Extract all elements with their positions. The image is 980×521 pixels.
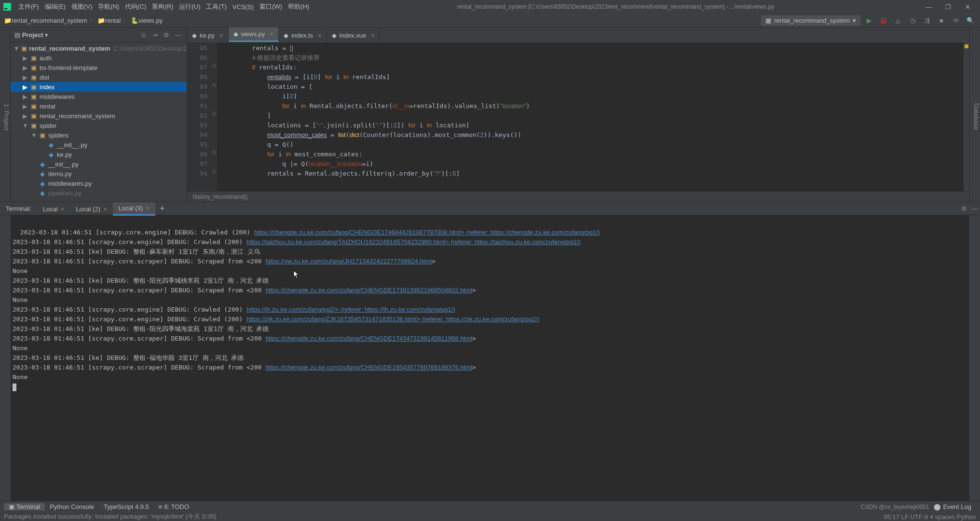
close-icon[interactable]: ×	[146, 205, 150, 212]
breadcrumb[interactable]: 📁 rental_recommand_system 〉 📁 rental 〉 🐍…	[4, 16, 163, 25]
url-link[interactable]: https://chengde.zu.ke.com/zufang/CHENGDE…	[265, 335, 472, 342]
editor-tab[interactable]: ◆index.ts×	[279, 28, 327, 42]
tree-node[interactable]: ◆__init__.py	[11, 140, 187, 150]
crumb-root[interactable]: rental_recommand_system	[12, 17, 87, 24]
tree-arrow[interactable]	[40, 141, 45, 149]
menu-code[interactable]: 代码(C)	[122, 2, 149, 11]
editor-tab[interactable]: ◆views.py×	[229, 27, 279, 42]
right-toolwindow-stripe[interactable]: DatabaseSciView	[969, 28, 980, 202]
stop-button[interactable]: ■	[936, 15, 947, 27]
terminal-hide-icon[interactable]: —	[969, 205, 980, 212]
tree-node[interactable]: ◆middlewares.py	[11, 178, 187, 188]
warning-mark[interactable]	[965, 44, 968, 48]
terminal-settings-icon[interactable]: ⚙	[959, 205, 969, 212]
tree-node[interactable]: ▶▣middlewares	[11, 92, 187, 101]
url-link[interactable]: https://jh.zu.ke.com/zufang/pg2/> (refer…	[246, 306, 455, 313]
menu-refactor[interactable]: 重构(R)	[149, 2, 176, 11]
editor-breadcrumb[interactable]: history_recommand()	[187, 191, 969, 202]
chevron-down-icon[interactable]: ▼	[14, 45, 19, 52]
menu-view[interactable]: 视图(V)	[68, 2, 95, 11]
run-config-selector[interactable]: ▦ rental_recommand_system ▾	[761, 15, 860, 26]
url-link[interactable]: https://taizhou.zu.ke.com/zufang/pg1/	[475, 238, 578, 246]
tree-arrow[interactable]: ▼	[31, 132, 37, 139]
tree-arrow[interactable]	[31, 170, 37, 178]
tree-arrow[interactable]: ▶	[22, 93, 28, 100]
event-log-button[interactable]: ⬤ Event Log	[929, 503, 976, 510]
tree-node[interactable]: ▶▣auth	[11, 53, 187, 63]
close-tab-icon[interactable]: ×	[219, 32, 223, 39]
collapse-icon[interactable]: ⇥	[150, 31, 160, 39]
tree-root[interactable]: ▼ ▣ rental_recommand_system C:\Users\838…	[11, 43, 187, 53]
editor-tab[interactable]: ◆index.vue×	[327, 28, 380, 42]
tree-arrow[interactable]: ▶	[22, 55, 28, 62]
close-icon[interactable]: ×	[61, 206, 65, 213]
tree-node[interactable]: ◆__init__.py	[11, 159, 187, 169]
menu-vcs[interactable]: VCS(S)	[230, 3, 257, 11]
left-toolwindow-stripe[interactable]: 1: Project	[0, 28, 11, 202]
url-link[interactable]: https://zjk.zu.ke.com/zufang/pg2/	[446, 315, 537, 323]
url-link[interactable]: https://zjk.zu.ke.com/zufang/ZJK16735457…	[246, 315, 539, 323]
tree-arrow[interactable]	[40, 151, 45, 158]
debug-button[interactable]: 🐞	[878, 15, 889, 27]
crumb-rental[interactable]: rental	[105, 17, 121, 24]
fold-gutter[interactable]: ⊟⊟⊟⊟⊟	[211, 42, 217, 191]
menu-edit[interactable]: 编辑(E)	[42, 2, 68, 11]
tree-arrow[interactable]: ▼	[22, 122, 28, 129]
add-terminal-button[interactable]: +	[155, 204, 169, 213]
minimize-button[interactable]: —	[919, 3, 939, 11]
terminal-tab[interactable]: Local×	[37, 202, 70, 216]
tree-node[interactable]: ▶▣bs-frontend-template	[11, 63, 187, 72]
menu-tools[interactable]: 工具(T)	[203, 2, 230, 11]
tree-arrow[interactable]	[31, 180, 37, 187]
tree-node[interactable]: ◆pipelines.py	[11, 188, 187, 198]
close-icon[interactable]: ×	[103, 206, 107, 213]
menu-file[interactable]: 文件(F)	[15, 2, 42, 11]
toolwindow-button[interactable]: ▣Terminal	[4, 503, 45, 510]
url-link[interactable]: https://chengde.zu.ke.com/zufang/CHENGDE…	[265, 364, 472, 371]
terminal-tab[interactable]: Local (3)×	[113, 202, 155, 216]
search-everywhere-button[interactable]: 🔍	[965, 15, 976, 27]
tree-node[interactable]: ▶▣index	[11, 82, 187, 92]
menu-navigate[interactable]: 导航(N)	[95, 2, 122, 11]
close-tab-icon[interactable]: ×	[318, 32, 322, 39]
close-tab-icon[interactable]: ×	[371, 32, 375, 39]
tree-node[interactable]: ▼▣spider	[11, 121, 187, 130]
coverage-button[interactable]: ◬	[892, 15, 904, 27]
tree-node[interactable]: ◆ke.py	[11, 150, 187, 159]
tree-arrow[interactable]	[31, 161, 37, 168]
maximize-button[interactable]: ❐	[939, 3, 958, 11]
project-panel-title[interactable]: Project	[22, 31, 43, 39]
url-link[interactable]: https://jh.zu.ke.com/zufang/pg1/	[365, 306, 453, 313]
menu-run[interactable]: 运行(U)	[176, 2, 203, 11]
tree-arrow[interactable]	[31, 190, 37, 197]
toolwindow-button[interactable]: TypeScript 4.9.5	[99, 503, 154, 510]
project-tree[interactable]: ▼ ▣ rental_recommand_system C:\Users\838…	[11, 42, 187, 202]
settings-icon[interactable]: ⚙	[162, 31, 171, 39]
profile-button[interactable]: ◷	[907, 15, 918, 27]
tree-node[interactable]: ▼▣spiders	[11, 130, 187, 140]
concurrency-button[interactable]: ⇶	[921, 15, 933, 27]
url-link[interactable]: https://yw.zu.ke.com/zufang/JH1713432422…	[265, 258, 432, 265]
terminal-output[interactable]: 2023-03-18 01:46:51 [scrapy.core.engine]…	[11, 215, 969, 501]
menu-help[interactable]: 帮助(H)	[285, 2, 312, 11]
line-number-gutter[interactable]: 8586878889909192939495969798	[187, 42, 211, 191]
chevron-down-icon[interactable]: ▾	[43, 31, 49, 39]
terminal-tab[interactable]: Local (2)×	[70, 202, 112, 216]
tree-arrow[interactable]: ▶	[22, 103, 28, 110]
tree-arrow[interactable]: ▶	[22, 112, 28, 120]
locate-icon[interactable]: ⊙	[138, 31, 148, 39]
tree-node[interactable]: ◆items.py	[11, 169, 187, 178]
run-button[interactable]: ▶	[863, 15, 875, 27]
url-link[interactable]: https://taizhou.zu.ke.com/zufang/TAIZHOU…	[246, 238, 580, 246]
crumb-file[interactable]: views.py	[138, 17, 163, 24]
url-link[interactable]: https://chengde.zu.ke.com/zufang/CHENGDE…	[254, 229, 600, 236]
code-area[interactable]: rentals = [] # 根据历史查看记录推荐 if rentalIds: …	[217, 42, 969, 191]
status-right[interactable]: 85:17 LF UTF-8 4 spaces Python	[884, 513, 976, 521]
menu-window[interactable]: 窗口(W)	[257, 2, 285, 11]
left-stripe-lower[interactable]	[0, 215, 11, 501]
hide-icon[interactable]: —	[173, 31, 183, 39]
editor-tab[interactable]: ◆ke.py×	[187, 28, 229, 42]
tree-arrow[interactable]: ▶	[22, 64, 28, 71]
tree-arrow[interactable]: ▶	[22, 83, 28, 91]
toolwindow-button[interactable]: ≡6: TODO	[154, 503, 194, 510]
